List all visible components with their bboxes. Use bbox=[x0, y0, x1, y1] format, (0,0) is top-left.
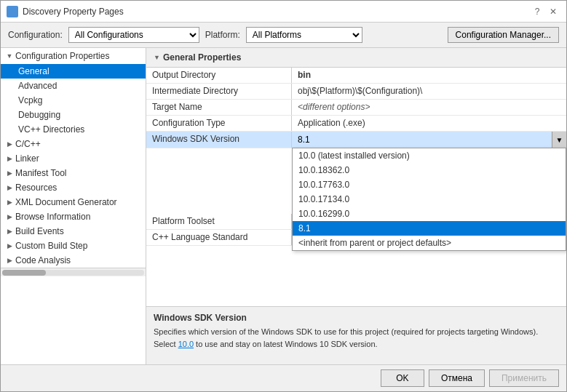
sidebar-group-build-events[interactable]: ▶ Build Events bbox=[1, 224, 146, 239]
prop-name-intermediate-dir: Intermediate Directory bbox=[146, 84, 292, 99]
prop-value-output-dir: bin bbox=[292, 68, 566, 83]
sidebar-group-browse[interactable]: ▶ Browse Information bbox=[1, 209, 146, 224]
section-title: General Properties bbox=[163, 52, 241, 63]
sdk-dropdown-container[interactable]: 8.1 ▼ bbox=[292, 132, 566, 148]
sdk-option-4[interactable]: 10.0.17134.0 bbox=[293, 192, 566, 207]
root-arrow: ▼ bbox=[5, 52, 14, 60]
sdk-option-3[interactable]: 10.0.17763.0 bbox=[293, 177, 566, 192]
info-text-after: to use and stay on latest Windows 10 SDK… bbox=[194, 340, 378, 348]
sdk-dropdown-button[interactable]: ▼ bbox=[552, 132, 566, 148]
linker-arrow: ▶ bbox=[5, 154, 14, 163]
sdk-option-2[interactable]: 10.0.18362.0 bbox=[293, 163, 566, 177]
prop-name-config-type: Configuration Type bbox=[146, 116, 292, 131]
prop-value-config-type: Application (.exe) bbox=[292, 116, 566, 131]
sdk-option-5[interactable]: 10.0.16299.0 bbox=[293, 207, 566, 221]
title-bar-buttons: ? ✕ bbox=[530, 4, 560, 19]
build-events-arrow: ▶ bbox=[5, 227, 14, 236]
sidebar-group-linker-label: Linker bbox=[15, 153, 39, 164]
config-manager-button[interactable]: Configuration Manager... bbox=[448, 27, 559, 43]
section-arrow: ▼ bbox=[154, 54, 160, 61]
prop-name-output-dir: Output Directory bbox=[146, 68, 292, 83]
root-label: Configuration Properties bbox=[15, 51, 109, 61]
apply-button[interactable]: Применить bbox=[489, 369, 559, 387]
browse-arrow: ▶ bbox=[5, 212, 14, 221]
info-panel: Windows SDK Version Specifies which vers… bbox=[146, 306, 566, 364]
sidebar-group-custom-build-label: Custom Build Step bbox=[15, 241, 87, 251]
scrollbar-thumb[interactable] bbox=[2, 270, 46, 276]
tree-root[interactable]: ▼ Configuration Properties bbox=[1, 48, 146, 64]
cancel-button[interactable]: Отмена bbox=[429, 369, 485, 387]
sidebar-group-browse-label: Browse Information bbox=[15, 212, 90, 222]
info-highlight: 10.0 bbox=[178, 340, 194, 348]
custom-build-arrow: ▶ bbox=[5, 241, 14, 250]
prop-row-config-type[interactable]: Configuration Type Application (.exe) bbox=[146, 116, 566, 132]
sidebar-group-custom-build[interactable]: ▶ Custom Build Step bbox=[1, 239, 146, 253]
prop-row-output-dir[interactable]: Output Directory bin bbox=[146, 68, 566, 84]
manifest-arrow: ▶ bbox=[5, 169, 14, 177]
prop-row-target-name[interactable]: Target Name <different options> bbox=[146, 100, 566, 116]
platform-select[interactable]: All Platforms bbox=[246, 27, 362, 43]
prop-name-target-name: Target Name bbox=[146, 100, 292, 115]
prop-row-sdk-version[interactable]: Windows SDK Version 8.1 ▼ 10.0 (latest i… bbox=[146, 132, 566, 148]
xml-arrow: ▶ bbox=[5, 198, 14, 207]
sidebar-group-build-events-label: Build Events bbox=[15, 226, 64, 236]
sidebar-group-manifest-label: Manifest Tool bbox=[15, 168, 66, 178]
ok-button[interactable]: OK bbox=[381, 369, 424, 387]
properties-header: ▼ General Properties bbox=[146, 48, 566, 68]
main-panel: ▼ General Properties Output Directory bi… bbox=[146, 48, 566, 364]
title-bar: Discovery Property Pages ? ✕ bbox=[1, 1, 566, 23]
properties-table: Output Directory bin Intermediate Direct… bbox=[146, 68, 566, 306]
app-icon bbox=[7, 6, 18, 17]
code-analysis-arrow: ▶ bbox=[5, 256, 14, 265]
sdk-dropdown-list: 10.0 (latest installed version) 10.0.183… bbox=[292, 148, 566, 251]
bottom-bar: OK Отмена Применить bbox=[1, 364, 566, 391]
toolbar: Configuration: All Configurations Platfo… bbox=[1, 23, 566, 48]
sidebar-item-advanced[interactable]: Advanced bbox=[1, 79, 146, 93]
sidebar-group-resources[interactable]: ▶ Resources bbox=[1, 180, 146, 195]
sidebar-scrollbar[interactable] bbox=[1, 268, 146, 276]
sidebar-group-cpp-label: C/C++ bbox=[15, 139, 41, 149]
help-button[interactable]: ? bbox=[530, 4, 544, 19]
sidebar-group-xml[interactable]: ▶ XML Document Generator bbox=[1, 195, 146, 209]
sidebar-group-xml-label: XML Document Generator bbox=[15, 197, 117, 207]
title-bar-left: Discovery Property Pages bbox=[7, 6, 124, 17]
prop-value-intermediate-dir: obj\$(Platform)\$(Configuration)\ bbox=[292, 84, 566, 99]
resources-arrow: ▶ bbox=[5, 183, 14, 192]
configuration-select[interactable]: All Configurations bbox=[68, 27, 199, 43]
sdk-option-6[interactable]: 8.1 bbox=[293, 221, 566, 236]
sidebar-group-linker[interactable]: ▶ Linker bbox=[1, 151, 146, 166]
info-text: Specifies which version of the Windows S… bbox=[154, 326, 559, 350]
sidebar-group-cpp[interactable]: ▶ C/C++ bbox=[1, 137, 146, 151]
scrollbar-track bbox=[2, 270, 144, 276]
sidebar-group-resources-label: Resources bbox=[15, 183, 57, 193]
config-label: Configuration: bbox=[8, 30, 63, 40]
sdk-option-1[interactable]: 10.0 (latest installed version) bbox=[293, 148, 566, 163]
sidebar-group-code-analysis[interactable]: ▶ Code Analysis bbox=[1, 253, 146, 268]
prop-value-target-name: <different options> bbox=[292, 100, 566, 115]
prop-name-cpp-standard: C++ Language Standard bbox=[146, 230, 292, 245]
sidebar-item-debugging[interactable]: Debugging bbox=[1, 108, 146, 122]
prop-name-sdk-version: Windows SDK Version bbox=[146, 132, 292, 148]
sdk-option-7[interactable]: <inherit from parent or project defaults… bbox=[293, 236, 566, 250]
main-window: Discovery Property Pages ? ✕ Configurati… bbox=[0, 0, 567, 392]
prop-name-platform-toolset: Platform Toolset bbox=[146, 214, 292, 229]
info-title: Windows SDK Version bbox=[154, 313, 559, 323]
close-button[interactable]: ✕ bbox=[546, 4, 560, 19]
sidebar-item-vcpkg[interactable]: Vcpkg bbox=[1, 93, 146, 108]
sidebar-item-vc-directories[interactable]: VC++ Directories bbox=[1, 122, 146, 137]
cpp-arrow: ▶ bbox=[5, 140, 14, 148]
sidebar: ▼ Configuration Properties General Advan… bbox=[1, 48, 146, 364]
sidebar-group-manifest[interactable]: ▶ Manifest Tool bbox=[1, 166, 146, 180]
sidebar-group-code-analysis-label: Code Analysis bbox=[15, 255, 71, 265]
prop-row-intermediate-dir[interactable]: Intermediate Directory obj\$(Platform)\$… bbox=[146, 84, 566, 100]
platform-label: Platform: bbox=[205, 30, 240, 40]
window-title: Discovery Property Pages bbox=[23, 7, 124, 17]
sidebar-item-general[interactable]: General bbox=[1, 64, 146, 79]
prop-value-sdk-version: 8.1 bbox=[292, 132, 552, 147]
content-area: ▼ Configuration Properties General Advan… bbox=[1, 48, 566, 364]
